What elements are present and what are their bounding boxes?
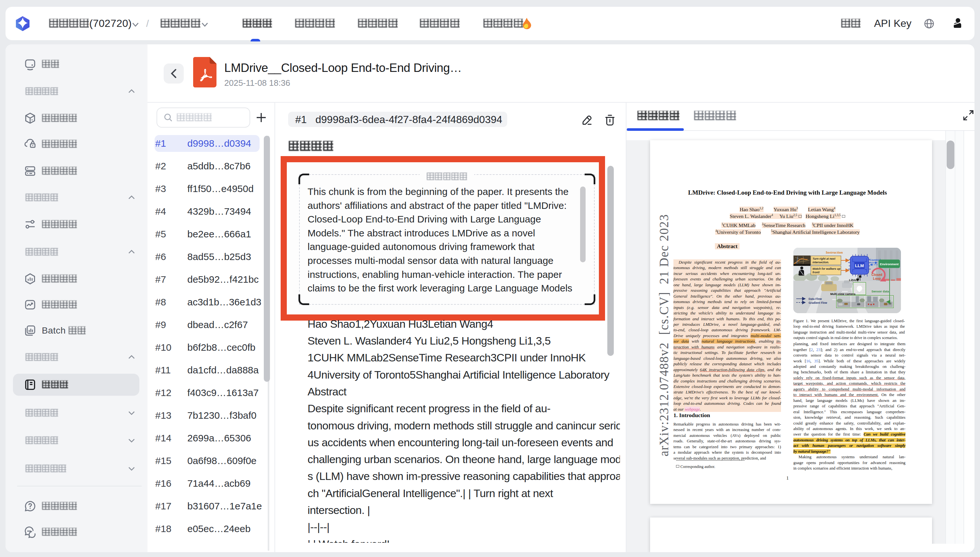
svg-text:Instruction: Instruction — [826, 250, 843, 254]
svg-text:front!: front! — [812, 271, 820, 274]
svg-text:Closed: Closed — [871, 273, 882, 277]
svg-text:Data Flow: Data Flow — [808, 297, 822, 301]
svg-text:LLM: LLM — [855, 263, 864, 268]
svg-text:Gradient Flow: Gradient Flow — [808, 301, 827, 305]
svg-text:LiDAR: LiDAR — [849, 278, 858, 282]
svg-text:Turn right at next: Turn right at next — [812, 257, 836, 261]
svg-text:Multi-view camera: Multi-view camera — [830, 292, 856, 296]
svg-text:Watch for walkers up: Watch for walkers up — [812, 267, 840, 270]
svg-text:Sensor data: Sensor data — [871, 290, 889, 293]
svg-text:Environment: Environment — [880, 262, 899, 266]
svg-text:intersection.: intersection. — [812, 261, 829, 264]
svg-text:Loop: Loop — [873, 277, 881, 280]
